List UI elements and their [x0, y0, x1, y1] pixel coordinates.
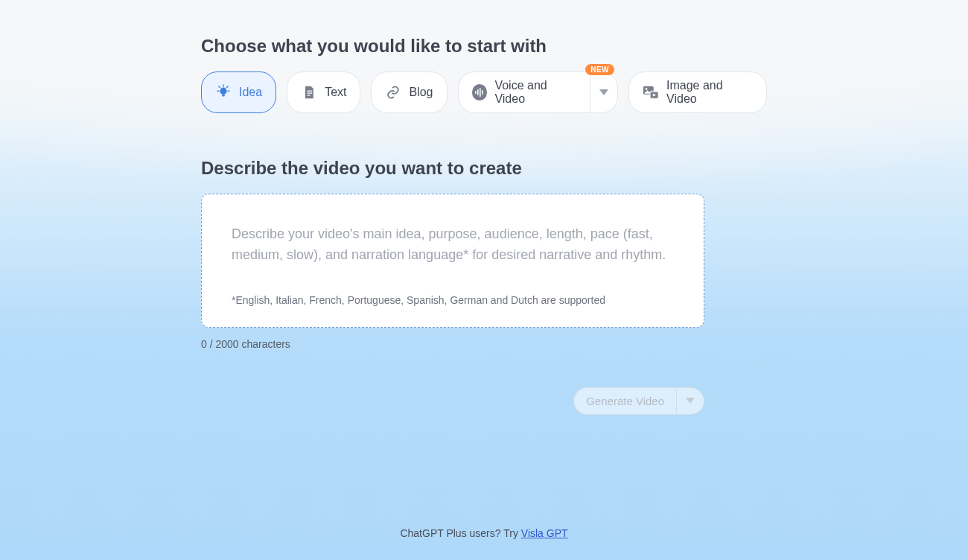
- svg-rect-12: [480, 88, 481, 97]
- link-icon: [385, 84, 401, 101]
- generate-video-dropdown[interactable]: [676, 388, 704, 414]
- character-count: 0 / 2000 characters: [201, 338, 767, 350]
- document-icon: [301, 84, 317, 101]
- language-footnote: *English, Italian, French, Portuguese, S…: [232, 294, 674, 306]
- tab-blog[interactable]: Blog: [371, 71, 447, 113]
- tab-voice-video: NEW Voice and Video: [458, 71, 619, 113]
- tab-label: Blog: [409, 86, 433, 99]
- svg-rect-10: [475, 91, 477, 94]
- tab-label: Idea: [239, 86, 262, 99]
- audio-wave-icon: [472, 84, 488, 101]
- start-with-tabs: Idea Text Blog NEW: [201, 71, 767, 113]
- tab-image-video[interactable]: Image and Video: [628, 71, 767, 113]
- tab-label: Voice and Video: [494, 79, 576, 106]
- svg-line-5: [219, 86, 220, 88]
- input-placeholder: Describe your video's main idea, purpose…: [232, 224, 674, 266]
- tab-label: Image and Video: [666, 79, 753, 106]
- generate-video-button[interactable]: Generate Video: [574, 388, 676, 414]
- video-description-input[interactable]: Describe your video's main idea, purpose…: [201, 194, 704, 328]
- svg-rect-1: [222, 95, 225, 97]
- choose-heading: Choose what you would like to start with: [201, 36, 767, 57]
- tab-text[interactable]: Text: [287, 71, 360, 113]
- image-video-icon: [643, 84, 659, 101]
- svg-point-0: [220, 88, 226, 95]
- chevron-down-icon: [686, 398, 695, 404]
- tab-voice-video-main[interactable]: Voice and Video: [459, 72, 590, 112]
- svg-rect-7: [308, 91, 313, 92]
- svg-rect-11: [477, 89, 479, 95]
- svg-rect-8: [308, 92, 313, 93]
- tab-label: Text: [325, 86, 346, 99]
- svg-rect-9: [308, 95, 311, 95]
- tab-voice-video-dropdown[interactable]: [590, 72, 617, 112]
- footer-text: ChatGPT Plus users? Try Visla GPT: [0, 527, 968, 539]
- svg-point-15: [646, 88, 648, 90]
- chevron-down-icon: [599, 89, 608, 95]
- visla-gpt-link[interactable]: Visla GPT: [521, 527, 568, 539]
- lightbulb-icon: [215, 84, 232, 101]
- describe-heading: Describe the video you want to create: [201, 158, 767, 179]
- footer-prefix: ChatGPT Plus users? Try: [400, 527, 520, 539]
- svg-rect-13: [482, 90, 483, 95]
- generate-video-button-group: Generate Video: [573, 387, 704, 415]
- svg-line-6: [227, 86, 229, 88]
- new-badge: NEW: [585, 64, 614, 75]
- tab-idea[interactable]: Idea: [201, 71, 276, 113]
